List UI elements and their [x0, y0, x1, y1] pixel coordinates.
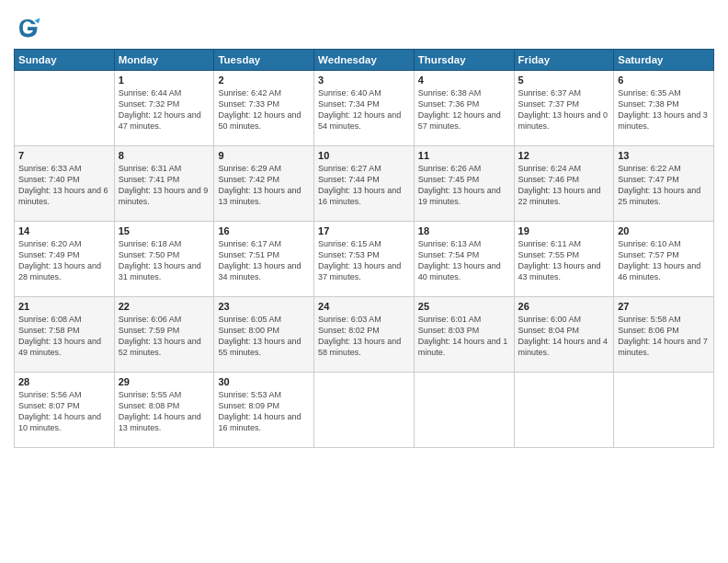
day-cell: 5 Sunrise: 6:37 AMSunset: 7:37 PMDayligh…	[514, 71, 614, 146]
day-number: 12	[518, 150, 610, 161]
day-info: Sunrise: 6:06 AMSunset: 7:59 PMDaylight:…	[119, 314, 210, 359]
week-row-1: 1 Sunrise: 6:44 AMSunset: 7:32 PMDayligh…	[15, 71, 714, 146]
day-info: Sunrise: 5:58 AMSunset: 8:06 PMDaylight:…	[618, 314, 710, 359]
day-number: 14	[18, 225, 110, 236]
day-cell: 2 Sunrise: 6:42 AMSunset: 7:33 PMDayligh…	[214, 71, 314, 146]
day-number: 30	[218, 376, 310, 387]
day-info: Sunrise: 6:40 AMSunset: 7:34 PMDaylight:…	[318, 87, 410, 132]
day-number: 19	[518, 225, 610, 236]
header-cell-thursday: Thursday	[414, 50, 514, 71]
week-row-4: 21 Sunrise: 6:08 AMSunset: 7:58 PMDaylig…	[15, 297, 714, 373]
day-cell: 21 Sunrise: 6:08 AMSunset: 7:58 PMDaylig…	[15, 297, 115, 373]
day-number: 5	[518, 75, 610, 86]
day-cell: 9 Sunrise: 6:29 AMSunset: 7:42 PMDayligh…	[214, 146, 314, 222]
logo-icon	[14, 14, 41, 41]
day-cell: 27 Sunrise: 5:58 AMSunset: 8:06 PMDaylig…	[614, 297, 714, 373]
day-number: 16	[218, 225, 310, 236]
day-info: Sunrise: 6:11 AMSunset: 7:55 PMDaylight:…	[518, 238, 610, 283]
week-row-2: 7 Sunrise: 6:33 AMSunset: 7:40 PMDayligh…	[15, 146, 714, 222]
day-number: 25	[418, 301, 510, 312]
day-info: Sunrise: 6:42 AMSunset: 7:33 PMDaylight:…	[218, 87, 310, 132]
day-cell: 4 Sunrise: 6:38 AMSunset: 7:36 PMDayligh…	[414, 71, 514, 146]
day-cell: 6 Sunrise: 6:35 AMSunset: 7:38 PMDayligh…	[614, 71, 714, 146]
day-info: Sunrise: 6:17 AMSunset: 7:51 PMDaylight:…	[218, 238, 310, 283]
day-number: 18	[418, 225, 510, 236]
day-number: 26	[518, 301, 610, 312]
day-cell	[514, 373, 614, 448]
day-info: Sunrise: 6:24 AMSunset: 7:46 PMDaylight:…	[518, 163, 610, 208]
day-number: 13	[618, 150, 710, 161]
day-cell: 13 Sunrise: 6:22 AMSunset: 7:47 PMDaylig…	[614, 146, 714, 222]
day-cell: 11 Sunrise: 6:26 AMSunset: 7:45 PMDaylig…	[414, 146, 514, 222]
day-number: 4	[418, 75, 510, 86]
day-info: Sunrise: 6:33 AMSunset: 7:40 PMDaylight:…	[18, 163, 110, 208]
day-cell: 12 Sunrise: 6:24 AMSunset: 7:46 PMDaylig…	[514, 146, 614, 222]
day-cell: 14 Sunrise: 6:20 AMSunset: 7:49 PMDaylig…	[15, 222, 115, 297]
day-number: 17	[318, 225, 410, 236]
day-cell: 30 Sunrise: 5:53 AMSunset: 8:09 PMDaylig…	[214, 373, 314, 448]
logo	[14, 14, 45, 41]
day-info: Sunrise: 6:13 AMSunset: 7:54 PMDaylight:…	[418, 238, 510, 283]
header-cell-monday: Monday	[114, 50, 214, 71]
day-number: 24	[318, 301, 410, 312]
day-info: Sunrise: 6:05 AMSunset: 8:00 PMDaylight:…	[218, 314, 310, 359]
day-cell: 22 Sunrise: 6:06 AMSunset: 7:59 PMDaylig…	[114, 297, 214, 373]
day-cell	[614, 373, 714, 448]
day-number: 8	[119, 150, 210, 161]
day-info: Sunrise: 6:00 AMSunset: 8:04 PMDaylight:…	[518, 314, 610, 359]
day-info: Sunrise: 6:35 AMSunset: 7:38 PMDaylight:…	[618, 87, 710, 132]
day-cell	[414, 373, 514, 448]
day-cell: 17 Sunrise: 6:15 AMSunset: 7:53 PMDaylig…	[314, 222, 415, 297]
day-number: 6	[618, 75, 710, 86]
header-cell-sunday: Sunday	[15, 50, 115, 71]
header	[14, 9, 714, 41]
day-cell: 15 Sunrise: 6:18 AMSunset: 7:50 PMDaylig…	[114, 222, 214, 297]
day-number: 11	[418, 150, 510, 161]
day-number: 28	[18, 376, 110, 387]
day-number: 20	[618, 225, 710, 236]
day-number: 2	[218, 75, 310, 86]
day-number: 3	[318, 75, 410, 86]
day-number: 22	[119, 301, 210, 312]
day-info: Sunrise: 6:29 AMSunset: 7:42 PMDaylight:…	[218, 163, 310, 208]
day-info: Sunrise: 6:31 AMSunset: 7:41 PMDaylight:…	[119, 163, 210, 208]
day-cell: 8 Sunrise: 6:31 AMSunset: 7:41 PMDayligh…	[114, 146, 214, 222]
day-info: Sunrise: 6:10 AMSunset: 7:57 PMDaylight:…	[618, 238, 710, 283]
day-number: 10	[318, 150, 410, 161]
day-cell: 7 Sunrise: 6:33 AMSunset: 7:40 PMDayligh…	[15, 146, 115, 222]
header-cell-saturday: Saturday	[614, 50, 714, 71]
day-cell: 18 Sunrise: 6:13 AMSunset: 7:54 PMDaylig…	[414, 222, 514, 297]
day-number: 23	[218, 301, 310, 312]
day-cell: 25 Sunrise: 6:01 AMSunset: 8:03 PMDaylig…	[414, 297, 514, 373]
day-number: 21	[18, 301, 110, 312]
header-cell-friday: Friday	[514, 50, 614, 71]
day-cell: 29 Sunrise: 5:55 AMSunset: 8:08 PMDaylig…	[114, 373, 214, 448]
day-info: Sunrise: 6:03 AMSunset: 8:02 PMDaylight:…	[318, 314, 410, 359]
day-info: Sunrise: 5:53 AMSunset: 8:09 PMDaylight:…	[218, 389, 310, 434]
day-info: Sunrise: 6:01 AMSunset: 8:03 PMDaylight:…	[418, 314, 510, 359]
day-info: Sunrise: 6:37 AMSunset: 7:37 PMDaylight:…	[518, 87, 610, 132]
day-info: Sunrise: 6:38 AMSunset: 7:36 PMDaylight:…	[418, 87, 510, 132]
day-number: 1	[119, 75, 210, 86]
day-info: Sunrise: 6:27 AMSunset: 7:44 PMDaylight:…	[318, 163, 410, 208]
day-number: 15	[119, 225, 210, 236]
day-number: 7	[18, 150, 110, 161]
week-row-5: 28 Sunrise: 5:56 AMSunset: 8:07 PMDaylig…	[15, 373, 714, 448]
day-number: 9	[218, 150, 310, 161]
day-cell: 20 Sunrise: 6:10 AMSunset: 7:57 PMDaylig…	[614, 222, 714, 297]
day-cell	[15, 71, 115, 146]
day-cell: 28 Sunrise: 5:56 AMSunset: 8:07 PMDaylig…	[15, 373, 115, 448]
day-info: Sunrise: 5:56 AMSunset: 8:07 PMDaylight:…	[18, 389, 110, 434]
day-info: Sunrise: 6:22 AMSunset: 7:47 PMDaylight:…	[618, 163, 710, 208]
day-cell: 10 Sunrise: 6:27 AMSunset: 7:44 PMDaylig…	[314, 146, 415, 222]
calendar-table: SundayMondayTuesdayWednesdayThursdayFrid…	[14, 49, 714, 448]
day-info: Sunrise: 5:55 AMSunset: 8:08 PMDaylight:…	[119, 389, 210, 434]
header-row: SundayMondayTuesdayWednesdayThursdayFrid…	[15, 50, 714, 71]
day-cell: 19 Sunrise: 6:11 AMSunset: 7:55 PMDaylig…	[514, 222, 614, 297]
header-cell-wednesday: Wednesday	[314, 50, 415, 71]
day-cell: 1 Sunrise: 6:44 AMSunset: 7:32 PMDayligh…	[114, 71, 214, 146]
day-number: 27	[618, 301, 710, 312]
day-cell: 26 Sunrise: 6:00 AMSunset: 8:04 PMDaylig…	[514, 297, 614, 373]
day-cell: 3 Sunrise: 6:40 AMSunset: 7:34 PMDayligh…	[314, 71, 415, 146]
day-info: Sunrise: 6:18 AMSunset: 7:50 PMDaylight:…	[119, 238, 210, 283]
